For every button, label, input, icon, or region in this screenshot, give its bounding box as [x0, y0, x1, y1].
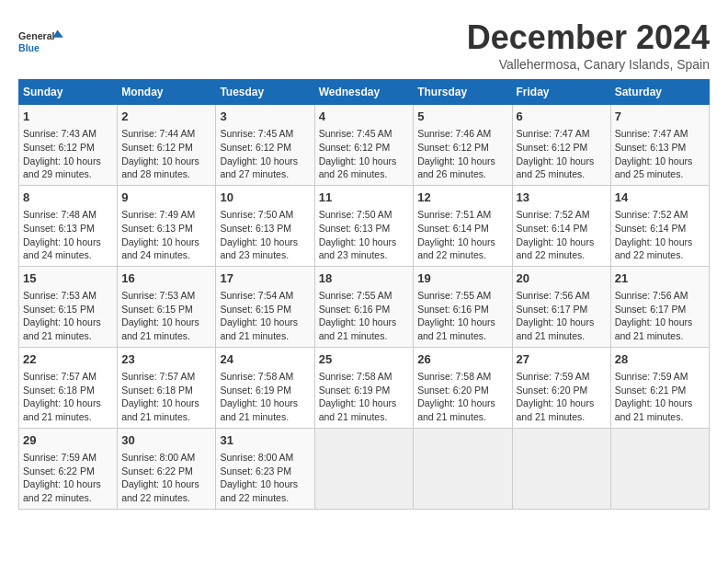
day-info: Daylight: 10 hours: [417, 155, 507, 168]
day-info: Sunset: 6:20 PM: [417, 384, 507, 397]
col-header-friday: Friday: [512, 80, 610, 105]
day-info: and 22 minutes.: [220, 491, 310, 505]
calendar-cell: 26Sunrise: 7:58 AMSunset: 6:20 PMDayligh…: [414, 347, 512, 428]
day-number: 29: [23, 432, 113, 449]
day-info: and 21 minutes.: [615, 329, 705, 343]
calendar-cell: 22Sunrise: 7:57 AMSunset: 6:18 PMDayligh…: [19, 347, 118, 428]
calendar-cell: 31Sunrise: 8:00 AMSunset: 6:23 PMDayligh…: [216, 428, 314, 509]
day-info: and 24 minutes.: [23, 248, 113, 262]
day-info: Sunset: 6:12 PM: [220, 141, 310, 155]
day-number: 23: [121, 351, 211, 368]
day-number: 21: [615, 270, 705, 287]
calendar-cell: 21Sunrise: 7:56 AMSunset: 6:17 PMDayligh…: [610, 266, 709, 347]
day-number: 1: [23, 109, 113, 125]
col-header-saturday: Saturday: [610, 80, 709, 105]
day-info: Sunset: 6:18 PM: [121, 384, 211, 397]
svg-text:General: General: [18, 30, 55, 41]
month-title: December 2024: [467, 18, 710, 57]
day-number: 22: [23, 351, 113, 368]
day-info: Sunset: 6:13 PM: [121, 222, 211, 236]
day-info: and 21 minutes.: [23, 410, 113, 424]
day-number: 25: [319, 351, 410, 368]
day-number: 10: [220, 190, 310, 206]
calendar-cell: 14Sunrise: 7:52 AMSunset: 6:14 PMDayligh…: [610, 185, 709, 266]
day-info: Daylight: 10 hours: [23, 236, 113, 249]
day-info: and 26 minutes.: [319, 167, 410, 181]
calendar-cell: 13Sunrise: 7:52 AMSunset: 6:14 PMDayligh…: [512, 185, 610, 266]
day-number: 28: [615, 351, 705, 368]
day-info: and 22 minutes.: [417, 248, 507, 262]
day-info: Daylight: 10 hours: [319, 155, 410, 168]
day-number: 26: [417, 351, 507, 368]
day-info: Sunrise: 7:59 AM: [615, 370, 705, 384]
day-info: and 21 minutes.: [319, 329, 410, 343]
calendar-cell: 25Sunrise: 7:58 AMSunset: 6:19 PMDayligh…: [314, 347, 414, 428]
col-header-thursday: Thursday: [414, 80, 512, 105]
day-info: Daylight: 10 hours: [121, 396, 211, 410]
day-info: and 29 minutes.: [23, 167, 113, 181]
day-info: Sunrise: 7:47 AM: [615, 127, 705, 141]
day-info: Sunrise: 7:56 AM: [615, 289, 705, 303]
day-info: Sunset: 6:19 PM: [220, 384, 310, 397]
calendar-cell: 3Sunrise: 7:45 AMSunset: 6:12 PMDaylight…: [216, 105, 314, 186]
day-info: Daylight: 10 hours: [517, 155, 607, 168]
calendar-week-2: 8Sunrise: 7:48 AMSunset: 6:13 PMDaylight…: [19, 185, 710, 266]
calendar-cell: 18Sunrise: 7:55 AMSunset: 6:16 PMDayligh…: [314, 266, 414, 347]
day-info: Daylight: 10 hours: [319, 316, 410, 329]
day-info: Sunset: 6:15 PM: [220, 303, 310, 316]
day-info: and 21 minutes.: [417, 329, 507, 343]
calendar-week-4: 22Sunrise: 7:57 AMSunset: 6:18 PMDayligh…: [19, 347, 710, 428]
day-number: 30: [121, 432, 211, 449]
day-info: Sunset: 6:22 PM: [121, 465, 211, 478]
day-info: Sunrise: 7:53 AM: [121, 289, 211, 303]
day-info: Sunrise: 7:47 AM: [517, 127, 607, 141]
day-number: 8: [23, 190, 113, 206]
day-info: Sunset: 6:16 PM: [417, 303, 507, 316]
day-info: and 21 minutes.: [319, 410, 410, 424]
day-info: Daylight: 10 hours: [220, 155, 310, 168]
day-info: Sunrise: 7:53 AM: [23, 289, 113, 303]
day-info: Sunrise: 7:45 AM: [220, 127, 310, 141]
day-info: Sunset: 6:14 PM: [615, 222, 705, 236]
calendar-cell: [610, 428, 709, 509]
calendar-cell: 6Sunrise: 7:47 AMSunset: 6:12 PMDaylight…: [512, 105, 610, 186]
day-number: 7: [615, 109, 705, 125]
calendar-cell: 24Sunrise: 7:58 AMSunset: 6:19 PMDayligh…: [216, 347, 314, 428]
day-info: Sunrise: 7:57 AM: [121, 370, 211, 384]
day-info: and 21 minutes.: [615, 410, 705, 424]
day-info: Sunset: 6:16 PM: [319, 303, 410, 316]
day-info: Sunrise: 8:00 AM: [220, 451, 310, 465]
day-info: and 21 minutes.: [23, 329, 113, 343]
day-info: Sunrise: 7:54 AM: [220, 289, 310, 303]
day-info: Sunrise: 7:56 AM: [517, 289, 607, 303]
calendar-cell: [314, 428, 414, 509]
day-number: 27: [517, 351, 607, 368]
day-info: Daylight: 10 hours: [517, 316, 607, 329]
day-info: Sunrise: 8:00 AM: [121, 451, 211, 465]
day-info: Daylight: 10 hours: [517, 396, 607, 410]
day-info: Daylight: 10 hours: [220, 396, 310, 410]
calendar-week-1: 1Sunrise: 7:43 AMSunset: 6:12 PMDaylight…: [19, 105, 710, 186]
day-info: Daylight: 10 hours: [615, 316, 705, 329]
day-info: Sunset: 6:23 PM: [220, 465, 310, 478]
calendar-cell: 7Sunrise: 7:47 AMSunset: 6:13 PMDaylight…: [610, 105, 709, 186]
day-info: and 21 minutes.: [220, 410, 310, 424]
day-info: and 21 minutes.: [517, 410, 607, 424]
day-info: Sunset: 6:19 PM: [319, 384, 410, 397]
day-info: Daylight: 10 hours: [220, 236, 310, 249]
day-info: and 25 minutes.: [615, 167, 705, 181]
day-info: Sunset: 6:20 PM: [517, 384, 607, 397]
calendar-cell: 9Sunrise: 7:49 AMSunset: 6:13 PMDaylight…: [118, 185, 216, 266]
day-info: Daylight: 10 hours: [517, 236, 607, 249]
day-info: Sunset: 6:21 PM: [615, 384, 705, 397]
day-info: Sunset: 6:13 PM: [615, 141, 705, 155]
day-info: and 22 minutes.: [121, 491, 211, 505]
day-number: 9: [121, 190, 211, 206]
calendar-cell: 1Sunrise: 7:43 AMSunset: 6:12 PMDaylight…: [19, 105, 118, 186]
day-info: Daylight: 10 hours: [417, 236, 507, 249]
day-number: 3: [220, 109, 310, 125]
day-number: 17: [220, 270, 310, 287]
day-number: 31: [220, 432, 310, 449]
day-info: and 23 minutes.: [319, 248, 410, 262]
day-info: Sunrise: 7:48 AM: [23, 208, 113, 222]
